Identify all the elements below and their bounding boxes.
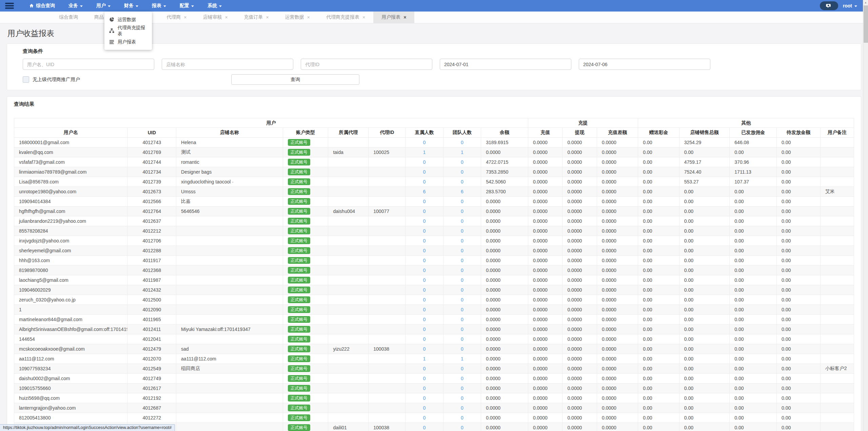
dropdown-menu-item[interactable]: 用户报表 bbox=[104, 36, 152, 47]
cell-shop-sales: 0.00 bbox=[679, 384, 730, 393]
direct-count-link[interactable]: 0 bbox=[423, 159, 426, 165]
no-upper-agent-checkbox[interactable] bbox=[23, 76, 29, 83]
direct-count-link[interactable]: 1 bbox=[423, 150, 426, 155]
vertical-scrollbar[interactable]: ▲ bbox=[863, 0, 868, 431]
close-icon[interactable]: × bbox=[225, 15, 228, 20]
messages-button[interactable] bbox=[820, 1, 838, 10]
team-count-link[interactable]: 0 bbox=[461, 199, 463, 204]
team-count-link[interactable]: 0 bbox=[461, 238, 463, 243]
direct-count-link[interactable]: 1 bbox=[423, 356, 426, 361]
agent-id-input[interactable] bbox=[301, 59, 432, 70]
direct-count-link[interactable]: 0 bbox=[423, 179, 426, 184]
close-icon[interactable]: × bbox=[362, 15, 365, 20]
shop-name-input[interactable] bbox=[162, 59, 293, 70]
team-count-link[interactable]: 0 bbox=[461, 287, 463, 293]
direct-count-link[interactable]: 0 bbox=[423, 209, 426, 214]
direct-count-link[interactable]: 0 bbox=[423, 238, 426, 243]
team-count-link[interactable]: 0 bbox=[461, 405, 463, 411]
scroll-up-arrow-icon[interactable]: ▲ bbox=[863, 0, 868, 5]
tab[interactable]: 综合查询 × bbox=[51, 12, 86, 23]
direct-count-link[interactable]: 0 bbox=[423, 366, 426, 371]
direct-count-link[interactable]: 0 bbox=[423, 415, 426, 420]
team-count-link[interactable]: 0 bbox=[461, 179, 463, 184]
direct-count-link[interactable]: 0 bbox=[423, 395, 426, 401]
direct-count-link[interactable]: 0 bbox=[423, 405, 426, 411]
team-count-link[interactable]: 0 bbox=[461, 140, 463, 145]
team-count-link[interactable]: 0 bbox=[461, 268, 463, 273]
direct-count-link[interactable]: 0 bbox=[423, 228, 426, 234]
tab[interactable]: 运营数据 × bbox=[277, 12, 318, 23]
team-count-link[interactable]: 0 bbox=[461, 336, 463, 342]
team-count-link[interactable]: 1 bbox=[461, 356, 463, 361]
account-type-badge: 正式账号 bbox=[288, 257, 310, 264]
dropdown-menu-item[interactable]: 运营数据 bbox=[104, 14, 152, 25]
close-icon[interactable]: × bbox=[403, 15, 406, 20]
team-count-link[interactable]: 0 bbox=[461, 277, 463, 283]
tab[interactable]: 用户报表 × bbox=[373, 12, 414, 23]
direct-count-link[interactable]: 0 bbox=[423, 248, 426, 253]
nav-menu-item[interactable]: 财务 bbox=[124, 3, 138, 9]
team-count-link[interactable]: 0 bbox=[461, 159, 463, 165]
tab[interactable]: 代理商充提报表 × bbox=[318, 12, 373, 23]
hamburger-menu-icon[interactable] bbox=[0, 0, 19, 12]
dropdown-menu-item[interactable]: 代理商充提报表 bbox=[104, 25, 152, 36]
team-count-link[interactable]: 0 bbox=[461, 307, 463, 312]
close-icon[interactable]: × bbox=[266, 15, 269, 20]
team-count-link[interactable]: 0 bbox=[461, 395, 463, 401]
tab[interactable]: 代理商 × bbox=[158, 12, 195, 23]
direct-count-link[interactable]: 0 bbox=[423, 287, 426, 293]
team-count-link[interactable]: 1 bbox=[461, 150, 463, 155]
direct-count-link[interactable]: 0 bbox=[423, 307, 426, 312]
close-icon[interactable]: × bbox=[184, 15, 186, 20]
cell-agent-id: 100025 bbox=[369, 148, 406, 157]
user-menu[interactable]: root bbox=[843, 3, 857, 8]
direct-count-link[interactable]: 0 bbox=[423, 336, 426, 342]
direct-count-link[interactable]: 0 bbox=[423, 327, 426, 332]
direct-count-link[interactable]: 0 bbox=[423, 218, 426, 224]
team-count-link[interactable]: 0 bbox=[461, 209, 463, 214]
direct-count-link[interactable]: 0 bbox=[423, 376, 426, 381]
nav-menu-item[interactable]: 业务 bbox=[68, 3, 83, 9]
direct-count-link[interactable]: 0 bbox=[423, 297, 426, 302]
nav-menu-item[interactable]: 综合查询 bbox=[29, 3, 55, 9]
cell-username: 109046002029 bbox=[14, 285, 127, 295]
scrollbar-thumb[interactable] bbox=[864, 5, 868, 43]
username-uid-input[interactable] bbox=[23, 59, 154, 70]
team-count-link[interactable]: 0 bbox=[461, 169, 463, 175]
team-count-link[interactable]: 0 bbox=[461, 376, 463, 381]
direct-count-link[interactable]: 0 bbox=[423, 268, 426, 273]
direct-count-link[interactable]: 0 bbox=[423, 140, 426, 145]
tab[interactable]: 充值订单 × bbox=[236, 12, 277, 23]
tab[interactable]: 店铺审核 × bbox=[195, 12, 236, 23]
team-count-link[interactable]: 0 bbox=[461, 415, 463, 420]
close-icon[interactable]: × bbox=[307, 15, 310, 20]
team-count-link[interactable]: 0 bbox=[461, 327, 463, 332]
direct-count-link[interactable]: 0 bbox=[423, 425, 426, 430]
direct-count-link[interactable]: 0 bbox=[423, 317, 426, 322]
team-count-link[interactable]: 0 bbox=[461, 228, 463, 234]
team-count-link[interactable]: 0 bbox=[461, 218, 463, 224]
direct-count-link[interactable]: 0 bbox=[423, 258, 426, 263]
nav-menu-item[interactable]: 报表 bbox=[152, 3, 166, 9]
team-count-link[interactable]: 0 bbox=[461, 258, 463, 263]
team-count-link[interactable]: 0 bbox=[461, 248, 463, 253]
date-from-input[interactable] bbox=[440, 59, 571, 70]
team-count-link[interactable]: 0 bbox=[461, 425, 463, 430]
direct-count-link[interactable]: 0 bbox=[423, 199, 426, 204]
direct-count-link[interactable]: 6 bbox=[423, 189, 426, 194]
search-button[interactable]: 查询 bbox=[231, 74, 359, 85]
nav-menu-item[interactable]: 系统 bbox=[208, 3, 222, 9]
direct-count-link[interactable]: 0 bbox=[423, 386, 426, 391]
date-to-input[interactable] bbox=[579, 59, 710, 70]
team-count-link[interactable]: 0 bbox=[461, 297, 463, 302]
nav-menu-item[interactable]: 配置 bbox=[180, 3, 194, 9]
team-count-link[interactable]: 0 bbox=[461, 346, 463, 352]
team-count-link[interactable]: 6 bbox=[461, 189, 463, 194]
team-count-link[interactable]: 0 bbox=[461, 386, 463, 391]
direct-count-link[interactable]: 0 bbox=[423, 277, 426, 283]
nav-menu-item[interactable]: 用户 bbox=[96, 3, 111, 9]
team-count-link[interactable]: 0 bbox=[461, 317, 463, 322]
team-count-link[interactable]: 0 bbox=[461, 366, 463, 371]
direct-count-link[interactable]: 0 bbox=[423, 169, 426, 175]
direct-count-link[interactable]: 0 bbox=[423, 346, 426, 352]
